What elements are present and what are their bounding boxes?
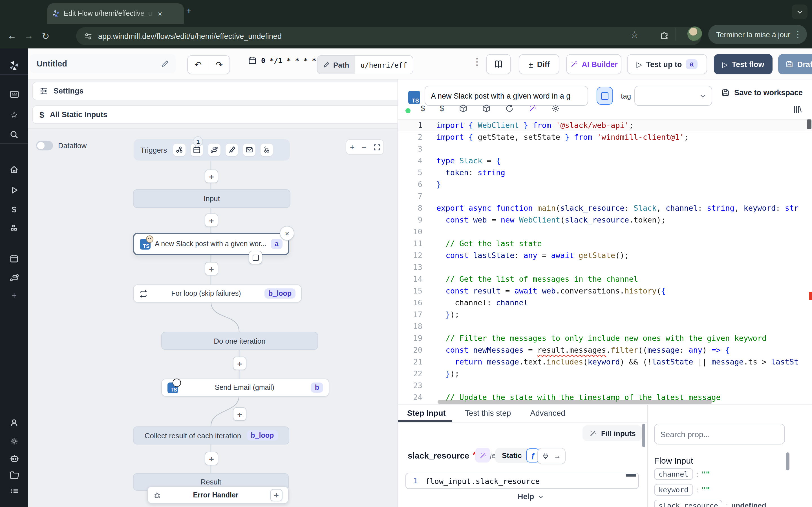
test-up-to-button[interactable]: ▷ Test up to a (627, 54, 707, 74)
node-send-email[interactable]: TS Send Email (gmail) b (161, 379, 329, 397)
sidebar-item-variables[interactable]: $ (0, 200, 28, 219)
step-summary-input[interactable]: A new Slack post with a given word in a … (424, 86, 588, 106)
sidebar-item-search-icon[interactable] (0, 125, 28, 144)
code-line[interactable]: 11 // Get the last state (398, 238, 812, 249)
back-icon[interactable]: ← (3, 31, 20, 41)
diff-button[interactable]: ± Diff (519, 54, 559, 74)
search-prop-input[interactable]: Search prop... (654, 424, 785, 445)
avatar[interactable] (688, 26, 702, 41)
sidebar-item-logs[interactable] (0, 481, 28, 500)
code-line[interactable]: 17 }); (398, 309, 812, 321)
help-toggle[interactable]: Help (518, 492, 544, 501)
node-do-one-iteration[interactable]: Do one iteration (161, 332, 318, 350)
sidebar-item-add[interactable]: + (0, 286, 28, 305)
code-line[interactable]: 22 }); (398, 368, 812, 380)
tab-search-chevron-icon[interactable] (792, 4, 808, 19)
sidebar-item-resources[interactable] (0, 219, 28, 238)
extensions-icon[interactable] (660, 31, 669, 40)
sidebar-item-apps[interactable] (0, 84, 28, 104)
prop-ai-wand-button[interactable] (475, 448, 490, 462)
props-scrollbar[interactable] (786, 452, 790, 470)
add-error-handler-icon[interactable]: + (270, 489, 283, 501)
sidebar-item-workers[interactable] (0, 448, 28, 467)
windmill-logo-icon[interactable] (0, 56, 28, 75)
script-settings-gear-icon[interactable] (551, 104, 560, 112)
prop-expression-editor[interactable]: 1 flow_input.slack_resource (405, 473, 639, 489)
code-editor[interactable]: 1import { WebClient } from '@slack/web-a… (398, 118, 812, 404)
zoom-out-icon[interactable]: − (362, 143, 366, 152)
redo-icon[interactable]: ↷ (208, 60, 230, 70)
zoom-in-icon[interactable]: + (350, 143, 354, 152)
fill-inputs-button[interactable]: Fill inputs (582, 425, 643, 441)
code-line[interactable]: 21 return message.text.includes(keyword)… (398, 356, 812, 368)
flow-name-input[interactable]: Untitled (30, 54, 176, 73)
browser-menu-kebab-icon[interactable]: ⋮ (794, 29, 802, 40)
prop-key[interactable]: channel (654, 468, 693, 480)
flow-canvas[interactable]: Dataflow Triggers 1 + − (28, 128, 398, 507)
reload-script-icon[interactable] (505, 104, 513, 112)
code-line[interactable]: 14 // Get the list of messages in the ch… (398, 273, 812, 285)
variable-picker-icon[interactable]: $ (421, 104, 425, 113)
code-line[interactable]: 15 const result = await web.conversation… (398, 285, 812, 297)
sidebar-item-settings-gear-icon[interactable] (0, 432, 28, 451)
insert-step-button[interactable]: + (205, 214, 218, 227)
node-step-a-selected[interactable]: TS A new Slack post with a given wor... … (133, 233, 289, 255)
tab-test-this-step[interactable]: Test this step (465, 408, 511, 417)
code-line[interactable]: 18 (398, 321, 812, 332)
library-panel-icon[interactable] (793, 105, 802, 114)
site-info-icon[interactable] (84, 32, 93, 40)
code-line[interactable]: 9 const web = new WebClient(slack_resour… (398, 214, 812, 226)
code-line[interactable]: 7 (398, 190, 812, 202)
schedule-trigger-icon[interactable]: 1 (191, 144, 203, 156)
webhook-trigger-icon[interactable] (173, 144, 186, 156)
sidebar-item-runs[interactable] (0, 180, 28, 200)
bookmark-star-icon[interactable]: ☆ (630, 29, 639, 40)
step-stop-after-icon[interactable] (249, 251, 262, 264)
code-line[interactable]: 1import { WebClient } from '@slack/web-a… (398, 119, 812, 131)
sidebar-item-routes[interactable] (0, 268, 28, 287)
url-bar[interactable]: app.windmill.dev/flows/edit/u/henri/effe… (76, 27, 702, 45)
fit-view-icon[interactable] (373, 144, 380, 150)
code-line[interactable]: 6} (398, 179, 812, 190)
tab-step-input[interactable]: Step Input (407, 408, 446, 417)
editor-hscrollbar-handle[interactable] (438, 400, 712, 404)
sidebar-item-schedules[interactable] (0, 249, 28, 268)
code-line[interactable]: 20 const newMessages = result.messages.f… (398, 344, 812, 356)
insert-step-button[interactable]: + (205, 262, 218, 276)
code-line[interactable]: 5 token: string (398, 167, 812, 179)
forward-icon[interactable]: → (20, 31, 37, 41)
test-flow-button[interactable]: ▷ Test flow (714, 54, 772, 74)
delete-step-icon[interactable]: × (280, 226, 294, 240)
step-panel-scrollbar[interactable] (642, 424, 645, 447)
resource-picker-icon[interactable]: $ (440, 104, 444, 113)
insert-step-button[interactable]: + (233, 356, 246, 370)
code-line[interactable]: 13 (398, 262, 812, 273)
node-collect-result[interactable]: Collect result of each iteration b_loop (133, 427, 289, 445)
code-line[interactable]: 2import { getState, setState } from 'win… (398, 131, 812, 143)
undo-icon[interactable]: ↶ (188, 60, 208, 70)
path-value[interactable]: u/henri/eff (355, 56, 413, 74)
static-mode-label[interactable]: Static (502, 451, 522, 460)
new-tab-button[interactable]: + (186, 6, 192, 17)
prop-key[interactable]: keyword (654, 484, 693, 496)
ai-wand-icon[interactable] (528, 104, 537, 112)
tab-close-icon[interactable]: × (158, 9, 162, 18)
code-line[interactable]: 19 // Filter the messages to only includ… (398, 332, 812, 344)
dataflow-toggle[interactable] (36, 141, 53, 151)
node-input[interactable]: Input (133, 189, 290, 208)
code-line[interactable]: 12 const lastState: any = await getState… (398, 249, 812, 262)
code-line[interactable]: 10 (398, 226, 812, 238)
package2-icon[interactable] (482, 104, 490, 112)
sidebar-item-favorites[interactable]: ☆ (0, 105, 28, 124)
insert-step-button[interactable]: + (205, 170, 218, 183)
editor-layout-toggle-button[interactable] (597, 87, 613, 105)
editor-vscrollbar-handle[interactable] (807, 119, 811, 129)
tag-select[interactable] (635, 86, 712, 106)
package-icon[interactable] (459, 104, 467, 112)
code-line[interactable]: 23 (398, 380, 812, 392)
code-line[interactable]: 16 channel: channel (398, 297, 812, 309)
draft-button[interactable]: Draft (778, 54, 812, 74)
flow-settings-button[interactable]: Settings (32, 82, 398, 100)
http-route-trigger-icon[interactable] (208, 144, 220, 156)
path-edit-button[interactable]: Path (317, 56, 355, 74)
